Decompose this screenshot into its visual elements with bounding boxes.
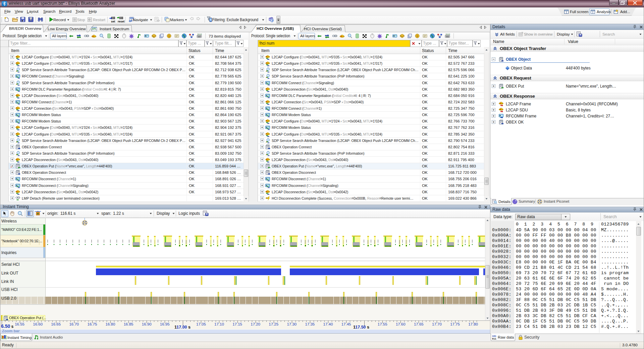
svg-text:set: set: [111, 20, 115, 23]
svg-text:011: 011: [492, 338, 496, 340]
svg-text:$: $: [417, 35, 418, 38]
svg-text:101: 101: [492, 335, 496, 338]
svg-text:0110: 0110: [445, 33, 450, 36]
svg-text:?: ?: [271, 19, 273, 22]
svg-text:$: $: [168, 35, 170, 38]
svg-text:reset: reset: [118, 20, 124, 23]
svg-text:0110: 0110: [197, 33, 202, 36]
